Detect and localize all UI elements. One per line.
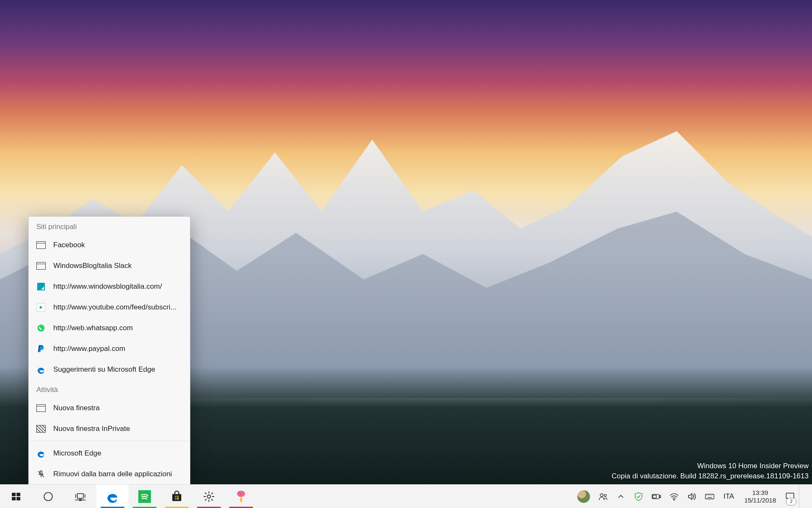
jumplist-item-youtube[interactable]: http://www.youtube.com/feed/subscri... bbox=[29, 297, 190, 318]
jumplist-item-label: http://web.whatsapp.com bbox=[53, 324, 133, 332]
taskbar-left bbox=[0, 485, 257, 508]
svg-rect-2 bbox=[16, 493, 20, 496]
taskbar-tray: ITA 13:39 15/11/2018 2 bbox=[573, 485, 812, 508]
edge-icon bbox=[36, 365, 46, 374]
inprivate-icon bbox=[36, 424, 46, 433]
site-icon bbox=[36, 282, 46, 291]
watermark-line2: Copia di valutazione. Build 18282.rs_pre… bbox=[612, 471, 809, 482]
svg-point-19 bbox=[239, 492, 240, 493]
jumplist-item-label: WindowsBlogItalia Slack bbox=[53, 262, 132, 270]
windows-logo-icon bbox=[10, 490, 22, 503]
tray-keyboard[interactable] bbox=[701, 485, 719, 508]
paint3d-icon bbox=[235, 490, 247, 503]
svg-point-5 bbox=[44, 492, 52, 501]
jumplist-item-windowsblogitalia[interactable]: http://www.windowsblogitalia.com/ bbox=[29, 276, 190, 297]
jumplist-item-edge-tips[interactable]: Suggerimenti su Microsoft Edge bbox=[29, 359, 190, 380]
task-view-icon bbox=[74, 490, 87, 503]
jumplist-item-label: Nuova finestra InPrivate bbox=[53, 425, 130, 433]
jumplist-item-label: Microsoft Edge bbox=[53, 449, 101, 458]
taskbar-app-paint3d[interactable] bbox=[225, 485, 257, 508]
language-label: ITA bbox=[724, 492, 734, 501]
jumplist-item-facebook[interactable]: Facebook bbox=[29, 235, 190, 255]
keyboard-icon bbox=[705, 492, 714, 501]
task-view-button[interactable] bbox=[64, 485, 96, 508]
jumplist-item-label: Suggerimenti su Microsoft Edge bbox=[53, 365, 155, 374]
jumplist-item-label: Nuova finestra bbox=[53, 404, 100, 412]
tray-security[interactable] bbox=[630, 485, 647, 508]
jumplist-item-paypal[interactable]: http://www.paypal.com bbox=[29, 338, 190, 359]
svg-point-20 bbox=[242, 492, 243, 493]
clock-date: 15/11/2018 bbox=[744, 497, 776, 504]
jumplist-item-slack[interactable]: WindowsBlogItalia Slack bbox=[29, 255, 190, 276]
taskbar-app-spotify[interactable] bbox=[129, 485, 161, 508]
people-icon bbox=[598, 492, 608, 501]
windows-watermark: Windows 10 Home Insider Preview Copia di… bbox=[612, 461, 809, 482]
microsoft-store-icon bbox=[170, 490, 183, 503]
jumplist-section-tasks: Attività bbox=[29, 380, 190, 398]
jumplist-item-label: http://www.youtube.com/feed/subscri... bbox=[53, 303, 176, 312]
show-desktop-button[interactable] bbox=[799, 485, 812, 508]
svg-rect-15 bbox=[175, 497, 176, 499]
svg-rect-4 bbox=[16, 497, 20, 500]
wifi-icon bbox=[669, 492, 679, 501]
cortana-button[interactable] bbox=[32, 485, 64, 508]
taskbar-app-edge[interactable] bbox=[96, 485, 129, 508]
page-icon bbox=[36, 261, 46, 271]
svg-rect-25 bbox=[659, 495, 661, 497]
window-icon bbox=[36, 403, 46, 413]
tray-people[interactable] bbox=[594, 485, 612, 508]
youtube-icon bbox=[36, 303, 46, 312]
taskbar-app-store[interactable] bbox=[161, 485, 193, 508]
tray-action-center[interactable]: 2 bbox=[781, 485, 799, 508]
svg-rect-16 bbox=[177, 497, 179, 499]
jumplist-task-new-inprivate[interactable]: Nuova finestra InPrivate bbox=[29, 418, 190, 439]
edge-jumplist: Siti principali Facebook WindowsBlogItal… bbox=[28, 216, 190, 485]
jumplist-separator bbox=[29, 441, 190, 441]
edge-icon bbox=[106, 490, 119, 503]
clock-time: 13:39 bbox=[752, 489, 768, 496]
watermark-line1: Windows 10 Home Insider Preview bbox=[612, 461, 809, 472]
volume-icon bbox=[687, 492, 697, 501]
whatsapp-icon bbox=[36, 323, 46, 333]
svg-rect-1 bbox=[12, 493, 16, 496]
svg-point-22 bbox=[600, 494, 603, 497]
edge-icon bbox=[36, 449, 46, 458]
notification-badge: 2 bbox=[786, 498, 796, 505]
paypal-icon bbox=[36, 344, 46, 353]
unpin-icon bbox=[36, 469, 46, 479]
spotify-icon bbox=[138, 490, 151, 503]
tray-wifi[interactable] bbox=[665, 485, 683, 508]
jumplist-item-label: http://www.windowsblogitalia.com/ bbox=[53, 282, 162, 291]
svg-rect-28 bbox=[705, 494, 714, 499]
jumplist-unpin[interactable]: Rimuovi dalla barra delle applicazioni bbox=[29, 464, 190, 484]
tray-language[interactable]: ITA bbox=[719, 485, 739, 508]
taskbar: ITA 13:39 15/11/2018 2 bbox=[0, 484, 812, 508]
tray-overflow[interactable] bbox=[612, 485, 630, 508]
taskbar-app-settings[interactable] bbox=[193, 485, 225, 508]
battery-icon bbox=[652, 492, 661, 501]
jumplist-app-name[interactable]: Microsoft Edge bbox=[29, 443, 190, 464]
tray-clock[interactable]: 13:39 15/11/2018 bbox=[739, 485, 781, 508]
jumplist-item-label: http://www.paypal.com bbox=[53, 345, 125, 353]
shield-icon bbox=[634, 492, 643, 501]
svg-point-27 bbox=[673, 499, 675, 500]
svg-rect-3 bbox=[12, 497, 16, 500]
page-icon bbox=[36, 240, 46, 250]
gear-icon bbox=[203, 490, 215, 503]
cortana-circle-icon bbox=[42, 490, 55, 503]
tray-battery[interactable] bbox=[647, 485, 665, 508]
start-button[interactable] bbox=[0, 485, 32, 508]
jumplist-task-new-window[interactable]: Nuova finestra bbox=[29, 398, 190, 418]
svg-rect-6 bbox=[77, 494, 83, 498]
svg-point-18 bbox=[237, 491, 245, 497]
tray-user-avatar[interactable] bbox=[573, 485, 594, 508]
svg-rect-12 bbox=[173, 494, 181, 501]
jumplist-item-label: Facebook bbox=[53, 241, 85, 249]
svg-point-21 bbox=[240, 494, 241, 495]
jumplist-item-whatsapp[interactable]: http://web.whatsapp.com bbox=[29, 318, 190, 338]
tray-volume[interactable] bbox=[683, 485, 701, 508]
jumplist-item-label: Rimuovi dalla barra delle applicazioni bbox=[53, 470, 172, 478]
chevron-up-icon bbox=[616, 492, 625, 501]
svg-rect-26 bbox=[653, 495, 656, 498]
svg-point-17 bbox=[207, 495, 210, 498]
